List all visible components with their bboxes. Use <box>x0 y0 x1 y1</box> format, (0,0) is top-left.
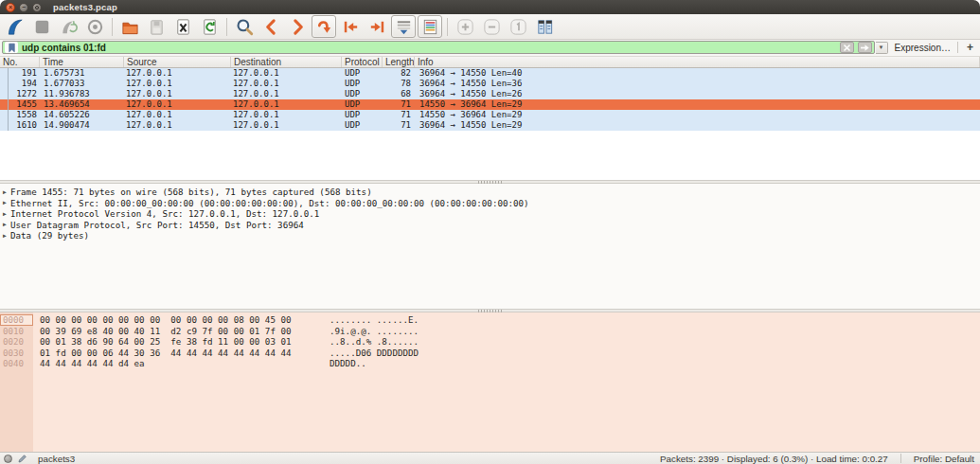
open-file-button[interactable] <box>117 15 142 38</box>
column-header-destination[interactable]: Destination <box>231 57 342 67</box>
auto-scroll-button[interactable] <box>391 15 416 38</box>
window-close-button[interactable]: × <box>6 3 15 12</box>
related-packet-gutter <box>0 68 9 79</box>
go-previous-button[interactable] <box>258 15 283 38</box>
cell-destination: 127.0.0.1 <box>231 68 342 79</box>
packet-row[interactable]: 155814.605226127.0.0.1127.0.0.1UDP711455… <box>0 110 980 120</box>
reload-file-button[interactable] <box>197 15 222 38</box>
related-packet-gutter <box>0 120 9 131</box>
cell-length: 71 <box>383 99 415 110</box>
detail-text: User Datagram Protocol, Src Port: 14550,… <box>10 220 304 230</box>
expand-arrow-icon[interactable]: ▶ <box>0 221 10 228</box>
status-profile[interactable]: Profile: Default <box>914 454 976 464</box>
hex-bytes[interactable]: 01 fd 00 00 06 44 30 36 44 44 44 44 44 4… <box>40 348 330 359</box>
filter-bookmark-icon[interactable] <box>5 42 18 53</box>
capture-comment-icon[interactable] <box>17 454 27 464</box>
display-filter-input[interactable]: udp contains 01:fd <box>2 41 875 54</box>
packet-list-pane: No.TimeSourceDestinationProtocolLengthIn… <box>0 56 980 180</box>
apply-arrow-icon <box>860 44 870 52</box>
zoom-in-icon <box>455 17 475 37</box>
expand-arrow-icon[interactable]: ▶ <box>0 210 10 218</box>
colorize-button[interactable] <box>418 15 442 38</box>
stop-capture-icon <box>32 17 52 37</box>
detail-tree-item[interactable]: ▶Internet Protocol Version 4, Src: 127.0… <box>0 208 980 220</box>
column-header-protocol[interactable]: Protocol <box>342 57 383 67</box>
related-packet-gutter <box>0 79 9 89</box>
find-packet-icon <box>235 17 255 37</box>
cell-protocol: UDP <box>342 79 383 89</box>
go-to-packet-button[interactable] <box>312 15 336 38</box>
hex-ascii[interactable]: .9i.@.@. ........ <box>330 326 980 337</box>
detail-tree-item[interactable]: ▶Ethernet II, Src: 00:00:00_00:00:00 (00… <box>0 198 980 209</box>
filter-separator <box>957 42 958 53</box>
cell-info: 36964 → 14550 Len=40 <box>415 68 980 79</box>
detail-tree-item[interactable]: ▶User Datagram Protocol, Src Port: 14550… <box>0 220 980 231</box>
packet-row[interactable]: 1911.675731127.0.0.1127.0.0.1UDP8236964 … <box>0 68 980 79</box>
filter-apply-button[interactable] <box>858 42 872 53</box>
expand-arrow-icon[interactable]: ▶ <box>0 188 10 196</box>
expand-arrow-icon[interactable]: ▶ <box>0 199 10 206</box>
hex-ascii[interactable]: DDDDD.. <box>330 358 980 369</box>
auto-scroll-icon <box>394 17 414 37</box>
cell-destination: 127.0.0.1 <box>231 89 342 99</box>
hex-row[interactable]: 00 39 69 e8 40 00 40 11 d2 c9 7f 00 00 0… <box>40 326 980 337</box>
filter-bar: udp contains 01:fd ▼ Expression… + <box>0 40 980 56</box>
column-header-info[interactable]: Info <box>415 57 980 67</box>
packet-row-selected[interactable]: 145513.469654127.0.0.1127.0.0.1UDP711455… <box>0 99 980 110</box>
window-minimize-button[interactable]: − <box>19 3 28 12</box>
hex-row[interactable]: 00 00 00 00 00 00 00 00 00 00 00 00 08 0… <box>40 314 980 326</box>
main-toolbar <box>0 14 980 40</box>
zoom-100-button <box>506 15 530 38</box>
wireshark-window: × − packets3.pcap udp contains 01:fd ▼ E… <box>0 0 980 464</box>
cell-destination: 127.0.0.1 <box>231 99 342 110</box>
expert-info-icon[interactable] <box>4 455 12 463</box>
cell-info: 14550 → 36964 Len=29 <box>415 99 980 110</box>
go-last-button[interactable] <box>365 15 389 38</box>
hex-row[interactable]: 00 01 38 d6 90 64 00 25 fe 38 fd 11 00 0… <box>40 336 980 348</box>
hex-bytes[interactable]: 00 39 69 e8 40 00 40 11 d2 c9 7f 00 00 0… <box>40 326 330 337</box>
hex-row[interactable]: 01 fd 00 00 06 44 30 36 44 44 44 44 44 4… <box>40 348 980 359</box>
column-header-length[interactable]: Length <box>383 57 415 67</box>
resize-columns-button[interactable] <box>532 15 557 38</box>
hex-ascii[interactable]: .....D06 DDDDDDDD <box>330 348 980 359</box>
toolbar-separator <box>226 18 227 36</box>
cell-info: 36964 → 14550 Len=29 <box>415 120 980 131</box>
cell-length: 68 <box>383 89 415 99</box>
cell-info: 14550 → 36964 Len=29 <box>415 110 980 120</box>
zoom-in-button <box>453 15 477 38</box>
filter-add-button[interactable]: + <box>963 41 977 54</box>
window-maximize-button[interactable] <box>32 3 42 12</box>
packet-row[interactable]: 161014.900474127.0.0.1127.0.0.1UDP713696… <box>0 120 980 131</box>
column-header-time[interactable]: Time <box>40 57 124 67</box>
hex-row[interactable]: 44 44 44 44 44 d4 eaDDDDD.. <box>40 358 980 369</box>
filter-dropdown-button[interactable]: ▼ <box>876 42 888 54</box>
detail-tree-item[interactable]: ▶Data (29 bytes) <box>0 230 980 241</box>
go-next-button[interactable] <box>285 15 310 38</box>
cell-time: 13.469654 <box>40 99 124 110</box>
toolbar-separator <box>112 18 113 36</box>
hex-offset-column: 00000010002000300040 <box>0 312 33 452</box>
column-header-no[interactable]: No. <box>0 57 40 67</box>
expression-button[interactable]: Expression… <box>893 43 953 53</box>
hex-ascii[interactable]: ........ ......E. <box>330 314 980 326</box>
cell-no: 1455 <box>9 99 40 110</box>
stop-capture-button <box>29 15 54 38</box>
hex-bytes[interactable]: 44 44 44 44 44 d4 ea <box>40 358 330 369</box>
cell-no: 1610 <box>9 120 40 131</box>
packet-row[interactable]: 127211.936783127.0.0.1127.0.0.1UDP683696… <box>0 89 980 99</box>
column-header-source[interactable]: Source <box>124 57 231 67</box>
packet-row[interactable]: 1941.677033127.0.0.1127.0.0.1UDP7836964 … <box>0 79 980 89</box>
restart-capture-button <box>56 15 80 38</box>
hex-bytes[interactable]: 00 01 38 d6 90 64 00 25 fe 38 fd 11 00 0… <box>40 336 330 348</box>
go-first-button[interactable] <box>338 15 363 38</box>
close-file-button[interactable] <box>170 15 195 38</box>
start-capture-button[interactable] <box>3 15 27 38</box>
hex-ascii[interactable]: ..8..d.% .8...... <box>330 336 980 348</box>
detail-tree-item[interactable]: ▶Frame 1455: 71 bytes on wire (568 bits)… <box>0 187 980 198</box>
expand-arrow-icon[interactable]: ▶ <box>0 232 10 240</box>
display-filter-value[interactable]: udp contains 01:fd <box>22 43 836 53</box>
hex-bytes[interactable]: 00 00 00 00 00 00 00 00 00 00 00 00 08 0… <box>40 314 330 326</box>
filter-clear-button[interactable] <box>840 42 854 53</box>
find-packet-button[interactable] <box>232 15 257 38</box>
go-next-icon <box>288 17 308 37</box>
